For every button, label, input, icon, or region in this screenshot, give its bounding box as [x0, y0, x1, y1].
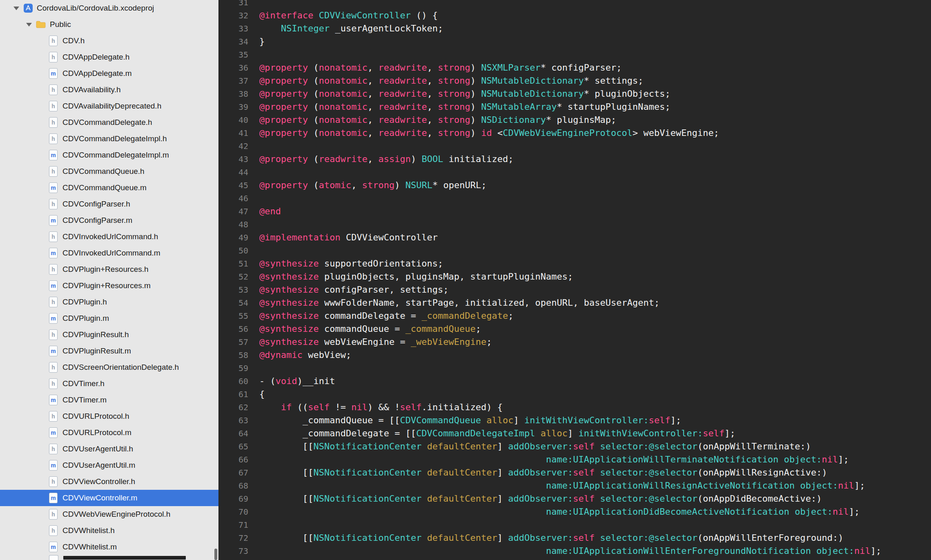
code-line[interactable]: 38@property (nonatomic, readwrite, stron…	[218, 87, 931, 100]
file-row[interactable]: hCDV.h	[0, 33, 218, 49]
code-line[interactable]: 69 [[NSNotificationCenter defaultCenter]…	[218, 492, 931, 505]
line-number[interactable]: 56	[218, 322, 248, 336]
line-number[interactable]: 48	[218, 218, 248, 231]
line-number[interactable]: 38	[218, 87, 248, 100]
file-row[interactable]: mCDVUserAgentUtil.m	[0, 457, 218, 473]
file-row[interactable]: mCDVCommandQueue.m	[0, 180, 218, 196]
file-row[interactable]: mCDVPluginResult.m	[0, 343, 218, 359]
code-line[interactable]: 66 name:UIApplicationWillTerminateNotifi…	[218, 453, 931, 466]
file-row[interactable]: mCDVTimer.m	[0, 392, 218, 408]
line-number[interactable]: 66	[218, 453, 248, 466]
code-line[interactable]: 31	[218, 0, 931, 9]
code-line[interactable]: 65 [[NSNotificationCenter defaultCenter]…	[218, 440, 931, 453]
code-line[interactable]: 46	[218, 192, 931, 205]
line-number[interactable]: 68	[218, 479, 248, 492]
code-line[interactable]: 70 name:UIApplicationDidBecomeActiveNoti…	[218, 505, 931, 518]
code-line[interactable]: 44	[218, 166, 931, 179]
line-number[interactable]: 55	[218, 309, 248, 322]
sidebar-scrollbar-thumb[interactable]	[214, 549, 217, 560]
file-row[interactable]: hCDVConfigParser.h	[0, 196, 218, 212]
line-number[interactable]: 59	[218, 362, 248, 375]
file-row[interactable]: mCDVPlugin+Resources.m	[0, 278, 218, 294]
line-number[interactable]: 41	[218, 127, 248, 140]
code-line[interactable]: 48	[218, 218, 931, 231]
file-row[interactable]: hCDVCommandDelegate.h	[0, 114, 218, 131]
line-number[interactable]: 46	[218, 192, 248, 205]
code-line[interactable]: 61{	[218, 388, 931, 401]
code-line[interactable]: 54@synthesize wwwFolderName, startPage, …	[218, 296, 931, 309]
line-number[interactable]: 39	[218, 100, 248, 113]
file-row[interactable]: hCDVScreenOrientationDelegate.h	[0, 359, 218, 376]
code-line[interactable]: 32@interface CDVViewController () {	[218, 9, 931, 22]
code-line[interactable]: 73 name:UIApplicationWillEnterForeground…	[218, 544, 931, 558]
file-row[interactable]: mCDVAppDelegate.m	[0, 65, 218, 82]
file-row[interactable]: hCDVUserAgentUtil.h	[0, 441, 218, 457]
line-number[interactable]: 42	[218, 140, 248, 153]
code-line[interactable]: 63 _commandQueue = [[CDVCommandQueue all…	[218, 414, 931, 427]
group-row-public[interactable]: Public	[0, 16, 218, 33]
line-number[interactable]: 43	[218, 153, 248, 166]
line-number[interactable]: 34	[218, 35, 248, 48]
code-line[interactable]: 67 [[NSNotificationCenter defaultCenter]…	[218, 466, 931, 479]
line-number[interactable]: 67	[218, 466, 248, 479]
file-row[interactable]: hCDVAvailabilityDeprecated.h	[0, 98, 218, 114]
line-number[interactable]: 36	[218, 61, 248, 74]
code-line[interactable]: 71	[218, 518, 931, 531]
line-number[interactable]: 61	[218, 388, 248, 401]
file-row[interactable]: mCDVWhitelist.m	[0, 539, 218, 555]
line-number[interactable]: 44	[218, 166, 248, 179]
code-line[interactable]: 56@synthesize commandQueue = _commandQue…	[218, 322, 931, 336]
line-number[interactable]: 65	[218, 440, 248, 453]
code-line[interactable]: 68 name:UIApplicationWillResignActiveNot…	[218, 479, 931, 492]
code-line[interactable]: 49@implementation CDVViewController	[218, 231, 931, 244]
code-line[interactable]: 72 [[NSNotificationCenter defaultCenter]…	[218, 531, 931, 544]
file-row[interactable]: mCDVConfigParser.m	[0, 212, 218, 229]
disclosure-triangle-icon[interactable]	[13, 7, 19, 10]
file-row[interactable]: hCDVURLProtocol.h	[0, 408, 218, 424]
code-line[interactable]: 36@property (nonatomic, readwrite, stron…	[218, 61, 931, 74]
code-line[interactable]: 34}	[218, 35, 931, 48]
code-line[interactable]: 62 if ((self != nil) && !self.initialize…	[218, 401, 931, 414]
file-row[interactable]: hCDVPluginResult.h	[0, 327, 218, 343]
line-number[interactable]: 31	[218, 0, 248, 9]
line-number[interactable]: 63	[218, 414, 248, 427]
clipped-file-row[interactable]	[0, 555, 218, 560]
code-line[interactable]: 58@dynamic webView;	[218, 349, 931, 362]
line-number[interactable]: 35	[218, 48, 248, 61]
code-line[interactable]: 37@property (nonatomic, readwrite, stron…	[218, 74, 931, 87]
line-number[interactable]: 40	[218, 113, 248, 127]
file-row[interactable]: hCDVWhitelist.h	[0, 522, 218, 539]
code-line[interactable]: 59	[218, 362, 931, 375]
file-row[interactable]: hCDVCommandQueue.h	[0, 163, 218, 180]
file-row[interactable]: hCDVCommandDelegateImpl.h	[0, 131, 218, 147]
line-number[interactable]: 69	[218, 492, 248, 505]
code-line[interactable]: 45@property (atomic, strong) NSURL* open…	[218, 179, 931, 192]
code-line[interactable]: 64 _commandDelegate = [[CDVCommandDelega…	[218, 427, 931, 440]
code-line[interactable]: 51@synthesize supportedOrientations;	[218, 257, 931, 270]
code-line[interactable]: 55@synthesize commandDelegate = _command…	[218, 309, 931, 322]
code-line[interactable]: 50	[218, 244, 931, 257]
line-number[interactable]: 33	[218, 22, 248, 35]
code-line[interactable]: 42	[218, 140, 931, 153]
file-row[interactable]: mCDVCommandDelegateImpl.m	[0, 147, 218, 163]
line-number[interactable]: 64	[218, 427, 248, 440]
line-number[interactable]: 71	[218, 518, 248, 531]
code-line[interactable]: 53@synthesize configParser, settings;	[218, 283, 931, 296]
file-row[interactable]: hCDVWebViewEngineProtocol.h	[0, 506, 218, 522]
file-row[interactable]: mCDVURLProtocol.m	[0, 424, 218, 441]
file-row[interactable]: mCDVViewController.m	[0, 490, 218, 506]
disclosure-triangle-icon[interactable]	[26, 23, 32, 27]
file-row[interactable]: hCDVPlugin+Resources.h	[0, 261, 218, 278]
code-line[interactable]: 52@synthesize pluginObjects, pluginsMap,…	[218, 270, 931, 283]
code-line[interactable]: 33 NSInteger _userAgentLockToken;	[218, 22, 931, 35]
line-number[interactable]: 73	[218, 544, 248, 558]
line-number[interactable]: 60	[218, 375, 248, 388]
line-number[interactable]: 37	[218, 74, 248, 87]
code-line[interactable]: 40@property (nonatomic, readwrite, stron…	[218, 113, 931, 127]
line-number[interactable]: 72	[218, 531, 248, 544]
line-number[interactable]: 57	[218, 336, 248, 349]
line-number[interactable]: 52	[218, 270, 248, 283]
line-number[interactable]: 54	[218, 296, 248, 309]
code-line[interactable]: 60- (void)__init	[218, 375, 931, 388]
line-number[interactable]: 45	[218, 179, 248, 192]
